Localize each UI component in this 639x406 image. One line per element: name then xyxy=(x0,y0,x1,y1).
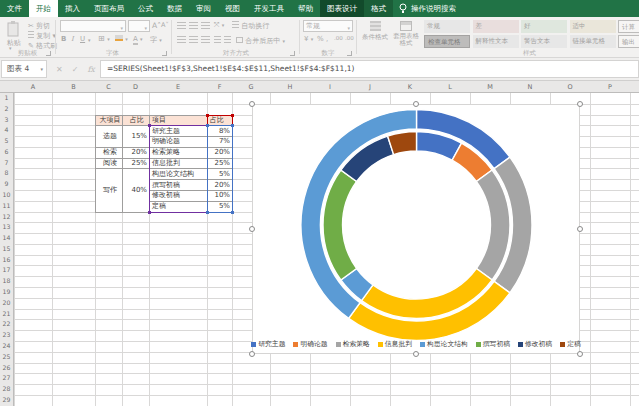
increase-indent-button[interactable] xyxy=(224,36,231,45)
column-header-C[interactable]: C xyxy=(95,81,122,93)
row-header-14[interactable]: 14 xyxy=(0,233,13,244)
font-color-button[interactable]: A ▾ xyxy=(133,35,143,43)
merge-center-button[interactable]: 合并后居中 ▾ xyxy=(236,36,285,46)
tab-公式[interactable]: 公式 xyxy=(131,0,160,17)
worksheet-grid[interactable]: ABCDEFGHIJKLMNOP 12345678910111213141516… xyxy=(0,81,639,406)
chart-legend[interactable]: 研究主题明确论题检索策略信息批判构思论文结构撰写初稿修改初稿定稿 xyxy=(253,339,579,349)
column-header-H[interactable]: H xyxy=(270,81,310,93)
tab-开发工具[interactable]: 开发工具 xyxy=(247,0,291,17)
align-left-button[interactable] xyxy=(177,36,186,45)
column-header-P[interactable]: P xyxy=(590,81,630,93)
legend-item-检索策略[interactable]: 检索策略 xyxy=(336,339,370,349)
row-header-4[interactable]: 4 xyxy=(0,125,13,136)
format-as-table-button[interactable]: 套用表格格式 xyxy=(392,21,420,47)
cell-style-输出[interactable]: 输出 xyxy=(618,35,639,48)
row-header-11[interactable]: 11 xyxy=(0,201,13,212)
context-tab-格式[interactable]: 格式 xyxy=(364,0,393,17)
formula-input[interactable]: =SERIES(Sheet1!$F$3,Sheet1!$E$4:$E$11,Sh… xyxy=(100,60,639,78)
table-cell-group-pct[interactable]: 40% xyxy=(122,168,150,212)
legend-item-研究主题[interactable]: 研究主题 xyxy=(251,339,285,349)
number-format-combobox[interactable]: 常规▾ xyxy=(303,20,353,32)
cell-style-检查单元格[interactable]: 检查单元格 xyxy=(424,35,470,48)
alignment-dialog-launcher-icon[interactable] xyxy=(290,51,295,56)
row-header-22[interactable]: 22 xyxy=(0,319,13,330)
align-center-button[interactable] xyxy=(189,36,198,45)
row-header-27[interactable]: 27 xyxy=(0,373,13,384)
cell-style-适中[interactable]: 适中 xyxy=(570,20,616,33)
legend-item-修改初稿[interactable]: 修改初稿 xyxy=(518,339,552,349)
legend-item-构思论文结构[interactable]: 构思论文结构 xyxy=(420,339,468,349)
table-cell-group-name[interactable]: 写作 xyxy=(95,168,123,212)
borders-button[interactable]: ⊞ ▾ xyxy=(98,34,110,43)
row-header-29[interactable]: 29 xyxy=(0,395,13,406)
column-header-D[interactable]: D xyxy=(122,81,149,93)
column-header-M[interactable]: M xyxy=(470,81,510,93)
align-bottom-button[interactable] xyxy=(201,22,210,31)
paste-label[interactable]: 粘贴 xyxy=(4,38,24,48)
underline-button[interactable]: U xyxy=(80,35,85,43)
row-header-9[interactable]: 9 xyxy=(0,179,13,190)
row-header-6[interactable]: 6 xyxy=(0,147,13,158)
tab-数据[interactable]: 数据 xyxy=(160,0,189,17)
column-header-E[interactable]: E xyxy=(149,81,207,93)
cell-style-计算[interactable]: 计算 xyxy=(618,20,639,33)
row-header-18[interactable]: 18 xyxy=(0,276,13,287)
segment-inner-定稿[interactable] xyxy=(388,132,417,155)
name-box-dropdown-icon[interactable]: ▾ xyxy=(40,61,43,77)
chart-handle[interactable] xyxy=(577,226,583,232)
conditional-formatting-button[interactable]: 条件格式 xyxy=(362,21,388,42)
column-headers[interactable]: ABCDEFGHIJKLMNOP xyxy=(0,81,639,93)
copy-button[interactable]: 复制 ▾ xyxy=(28,31,56,41)
tab-开始[interactable]: 开始 xyxy=(29,0,58,17)
wrap-text-button[interactable]: 自动换行 xyxy=(232,21,269,31)
comma-style-button[interactable]: , xyxy=(326,35,328,43)
align-right-button[interactable] xyxy=(201,36,210,45)
shrink-font-button[interactable]: A˅ xyxy=(161,21,169,29)
font-size-combobox[interactable]: ▾ xyxy=(128,20,150,32)
row-header-15[interactable]: 15 xyxy=(0,244,13,255)
column-header-A[interactable]: A xyxy=(14,81,52,93)
table-cell-item-name[interactable]: 定稿 xyxy=(149,201,208,213)
cut-button[interactable]: ✂ 剪切 xyxy=(28,21,50,31)
legend-item-定稿[interactable]: 定稿 xyxy=(560,339,581,349)
table-cell-item-pct[interactable]: 5% xyxy=(207,201,233,213)
underline-dropdown-arrow[interactable]: ▾ xyxy=(88,37,91,43)
row-header-26[interactable]: 26 xyxy=(0,363,13,374)
context-tab-图表设计[interactable]: 图表设计 xyxy=(320,0,364,17)
decrease-decimal-button[interactable]: .00 xyxy=(345,35,354,41)
row-header-16[interactable]: 16 xyxy=(0,255,13,266)
increase-decimal-button[interactable]: .00 xyxy=(334,35,343,41)
row-header-10[interactable]: 10 xyxy=(0,190,13,201)
chart-handle[interactable] xyxy=(249,101,255,107)
tab-视图[interactable]: 视图 xyxy=(218,0,247,17)
cell-style-好[interactable]: 好 xyxy=(521,20,567,33)
doughnut-rings[interactable] xyxy=(253,105,579,353)
phonetic-guide-button[interactable]: 字 ▾ xyxy=(150,35,162,45)
chart-handle[interactable] xyxy=(413,101,419,107)
row-header-17[interactable]: 17 xyxy=(0,265,13,276)
chart-handle[interactable] xyxy=(413,351,419,357)
orientation-button[interactable]: ⤧ ▾ xyxy=(214,21,224,29)
row-header-25[interactable]: 25 xyxy=(0,352,13,363)
chart-handle[interactable] xyxy=(249,226,255,232)
name-box[interactable]: 图表 4▾ xyxy=(1,60,47,78)
row-header-28[interactable]: 28 xyxy=(0,384,13,395)
row-header-21[interactable]: 21 xyxy=(0,309,13,320)
legend-item-明确论题[interactable]: 明确论题 xyxy=(293,339,327,349)
tab-帮助[interactable]: 帮助 xyxy=(291,0,320,17)
tab-插入[interactable]: 插入 xyxy=(58,0,87,17)
font-name-combobox[interactable]: ▾ xyxy=(60,20,126,32)
percent-style-button[interactable]: % xyxy=(317,35,324,43)
legend-item-撰写初稿[interactable]: 撰写初稿 xyxy=(476,339,510,349)
align-middle-button[interactable] xyxy=(189,22,198,31)
row-header-8[interactable]: 8 xyxy=(0,168,13,179)
align-top-button[interactable] xyxy=(177,22,186,31)
tell-me-search[interactable]: 操作说明搜索 xyxy=(393,0,462,17)
row-header-12[interactable]: 12 xyxy=(0,212,13,223)
cell-style-链接单元格[interactable]: 链接单元格 xyxy=(570,35,616,48)
row-header-19[interactable]: 19 xyxy=(0,287,13,298)
table-cell-group-name[interactable]: 选题 xyxy=(95,125,123,148)
cancel-icon[interactable]: ✕ xyxy=(56,65,63,74)
row-header-23[interactable]: 23 xyxy=(0,330,13,341)
column-header-B[interactable]: B xyxy=(52,81,95,93)
